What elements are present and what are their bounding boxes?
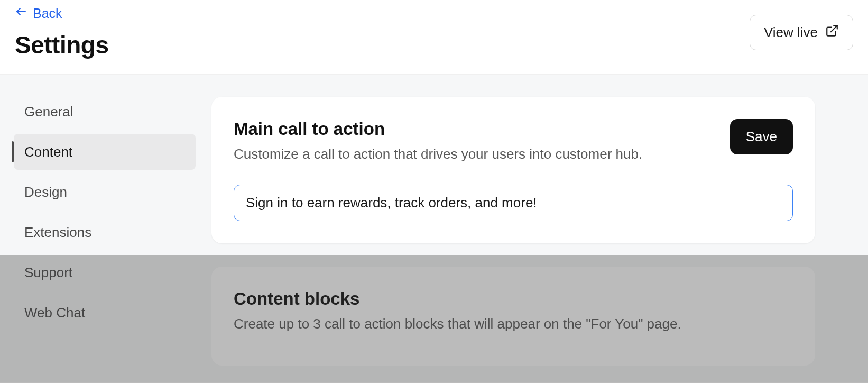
cta-card-title: Main call to action bbox=[234, 119, 642, 139]
svg-line-1 bbox=[831, 25, 837, 32]
back-label: Back bbox=[33, 6, 62, 21]
blocks-card-description: Create up to 3 call to action blocks tha… bbox=[234, 314, 793, 334]
page-title: Settings bbox=[15, 31, 108, 59]
view-live-label: View live bbox=[764, 24, 818, 41]
sidebar-item-label: General bbox=[24, 104, 73, 120]
sidebar-item-design[interactable]: Design bbox=[14, 174, 196, 210]
arrow-left-icon bbox=[15, 5, 27, 21]
sidebar-item-label: Extensions bbox=[24, 224, 91, 241]
sidebar-item-label: Content bbox=[24, 144, 72, 160]
external-link-icon bbox=[825, 24, 839, 41]
sidebar-item-web-chat[interactable]: Web Chat bbox=[14, 295, 196, 331]
main-panel: Main call to action Customize a call to … bbox=[201, 75, 868, 382]
sidebar-item-label: Web Chat bbox=[24, 305, 85, 321]
sidebar-item-content[interactable]: Content bbox=[14, 134, 196, 170]
blocks-card-title: Content blocks bbox=[234, 289, 793, 309]
cta-card: Main call to action Customize a call to … bbox=[211, 97, 815, 243]
content-area: General Content Design Extensions Suppor… bbox=[0, 75, 868, 382]
sidebar-item-extensions[interactable]: Extensions bbox=[14, 214, 196, 250]
cta-card-description: Customize a call to action that drives y… bbox=[234, 144, 642, 165]
sidebar-item-support[interactable]: Support bbox=[14, 254, 196, 290]
settings-sidebar: General Content Design Extensions Suppor… bbox=[0, 75, 201, 382]
back-button[interactable]: Back bbox=[15, 5, 108, 21]
save-button[interactable]: Save bbox=[730, 119, 793, 154]
view-live-button[interactable]: View live bbox=[750, 15, 853, 50]
content-blocks-card: Content blocks Create up to 3 call to ac… bbox=[211, 267, 815, 366]
sidebar-item-label: Design bbox=[24, 184, 67, 200]
cta-input[interactable] bbox=[234, 185, 793, 221]
sidebar-item-label: Support bbox=[24, 265, 72, 281]
page-header: Back Settings View live bbox=[0, 0, 868, 75]
sidebar-item-general[interactable]: General bbox=[14, 94, 196, 130]
